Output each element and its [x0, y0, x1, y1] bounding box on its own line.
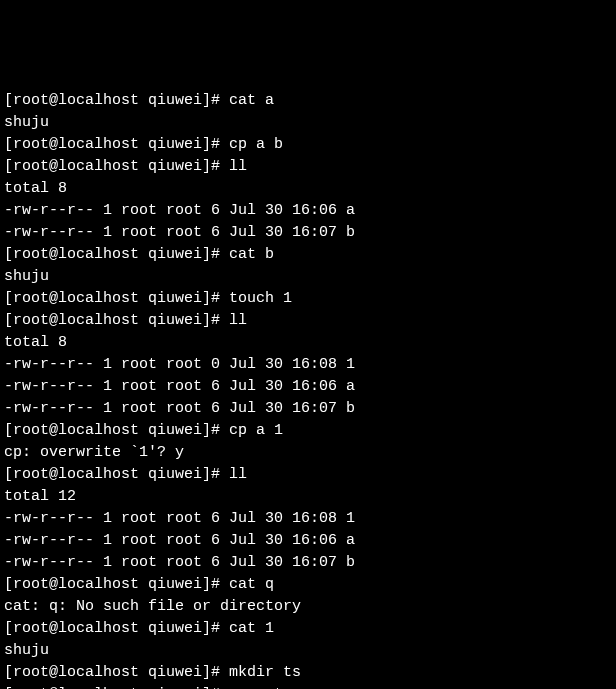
terminal-command-line: [root@localhost qiuwei]# cp a ts: [4, 684, 612, 689]
output-text: -rw-r--r-- 1 root root 6 Jul 30 16:07 b: [4, 554, 355, 571]
terminal-output-line: -rw-r--r-- 1 root root 6 Jul 30 16:07 b: [4, 552, 612, 574]
output-text: shuju: [4, 114, 49, 131]
output-text: total 12: [4, 488, 76, 505]
output-text: shuju: [4, 268, 49, 285]
command-text: cp a 1: [229, 422, 283, 439]
terminal-output-line: -rw-r--r-- 1 root root 6 Jul 30 16:06 a: [4, 376, 612, 398]
terminal-output-line: -rw-r--r-- 1 root root 6 Jul 30 16:08 1: [4, 508, 612, 530]
terminal-output-line: cat: q: No such file or directory: [4, 596, 612, 618]
shell-prompt: [root@localhost qiuwei]#: [4, 422, 229, 439]
terminal-command-line: [root@localhost qiuwei]# touch 1: [4, 288, 612, 310]
terminal-output-line: -rw-r--r-- 1 root root 6 Jul 30 16:07 b: [4, 398, 612, 420]
command-text: touch 1: [229, 290, 292, 307]
command-text: cat b: [229, 246, 274, 263]
terminal-command-line: [root@localhost qiuwei]# cat q: [4, 574, 612, 596]
output-text: cat: q: No such file or directory: [4, 598, 301, 615]
terminal-output-line: total 8: [4, 178, 612, 200]
terminal-output-line: -rw-r--r-- 1 root root 6 Jul 30 16:07 b: [4, 222, 612, 244]
shell-prompt: [root@localhost qiuwei]#: [4, 576, 229, 593]
shell-prompt: [root@localhost qiuwei]#: [4, 290, 229, 307]
shell-prompt: [root@localhost qiuwei]#: [4, 158, 229, 175]
shell-prompt: [root@localhost qiuwei]#: [4, 136, 229, 153]
output-text: total 8: [4, 334, 67, 351]
output-text: -rw-r--r-- 1 root root 0 Jul 30 16:08 1: [4, 356, 355, 373]
terminal-output-line: -rw-r--r-- 1 root root 6 Jul 30 16:06 a: [4, 530, 612, 552]
terminal-output-line: total 8: [4, 332, 612, 354]
terminal-command-line: [root@localhost qiuwei]# cp a 1: [4, 420, 612, 442]
output-text: -rw-r--r-- 1 root root 6 Jul 30 16:07 b: [4, 224, 355, 241]
output-text: total 8: [4, 180, 67, 197]
shell-prompt: [root@localhost qiuwei]#: [4, 246, 229, 263]
command-text: cat a: [229, 92, 274, 109]
output-text: -rw-r--r-- 1 root root 6 Jul 30 16:08 1: [4, 510, 355, 527]
terminal-command-line: [root@localhost qiuwei]# ll: [4, 464, 612, 486]
command-text: ll: [229, 466, 247, 483]
terminal-command-line: [root@localhost qiuwei]# ll: [4, 310, 612, 332]
shell-prompt: [root@localhost qiuwei]#: [4, 312, 229, 329]
terminal-command-line: [root@localhost qiuwei]# cat a: [4, 90, 612, 112]
output-text: -rw-r--r-- 1 root root 6 Jul 30 16:06 a: [4, 378, 355, 395]
terminal-output-line: -rw-r--r-- 1 root root 0 Jul 30 16:08 1: [4, 354, 612, 376]
command-text: cat 1: [229, 620, 274, 637]
terminal-output-line: shuju: [4, 266, 612, 288]
terminal-output-line: cp: overwrite `1'? y: [4, 442, 612, 464]
output-text: -rw-r--r-- 1 root root 6 Jul 30 16:07 b: [4, 400, 355, 417]
terminal-output-line: -rw-r--r-- 1 root root 6 Jul 30 16:06 a: [4, 200, 612, 222]
terminal[interactable]: [root@localhost qiuwei]# cat ashuju[root…: [0, 88, 616, 689]
shell-prompt: [root@localhost qiuwei]#: [4, 664, 229, 681]
command-text: cp a b: [229, 136, 283, 153]
shell-prompt: [root@localhost qiuwei]#: [4, 92, 229, 109]
terminal-output-line: shuju: [4, 112, 612, 134]
output-text: cp: overwrite `1'? y: [4, 444, 184, 461]
terminal-output-line: shuju: [4, 640, 612, 662]
terminal-command-line: [root@localhost qiuwei]# ll: [4, 156, 612, 178]
shell-prompt: [root@localhost qiuwei]#: [4, 620, 229, 637]
terminal-command-line: [root@localhost qiuwei]# cp a b: [4, 134, 612, 156]
terminal-output-line: total 12: [4, 486, 612, 508]
output-text: shuju: [4, 642, 49, 659]
terminal-command-line: [root@localhost qiuwei]# cat b: [4, 244, 612, 266]
command-text: mkdir ts: [229, 664, 301, 681]
terminal-command-line: [root@localhost qiuwei]# mkdir ts: [4, 662, 612, 684]
shell-prompt: [root@localhost qiuwei]#: [4, 466, 229, 483]
output-text: -rw-r--r-- 1 root root 6 Jul 30 16:06 a: [4, 202, 355, 219]
command-text: ll: [229, 158, 247, 175]
output-text: -rw-r--r-- 1 root root 6 Jul 30 16:06 a: [4, 532, 355, 549]
command-text: cat q: [229, 576, 274, 593]
terminal-command-line: [root@localhost qiuwei]# cat 1: [4, 618, 612, 640]
command-text: ll: [229, 312, 247, 329]
